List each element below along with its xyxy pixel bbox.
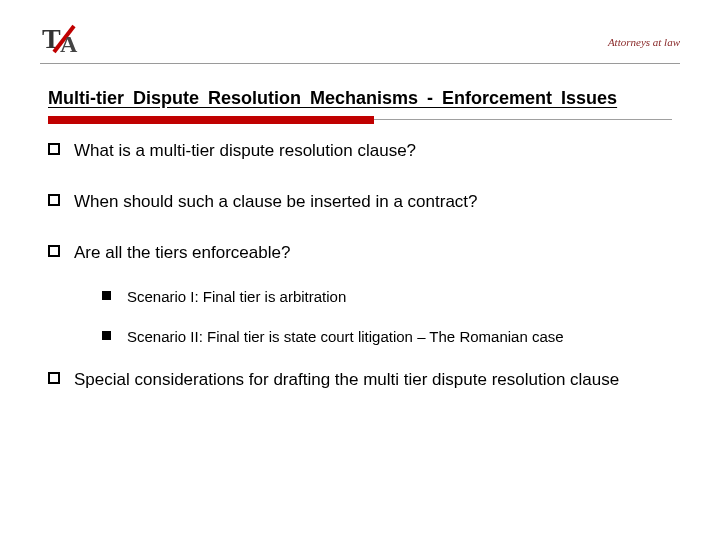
bullet-filled-icon <box>102 291 111 300</box>
sub-list-item-text: Scenario I: Final tier is arbitration <box>127 287 346 307</box>
title-underline <box>48 116 672 124</box>
bullet-outline-icon <box>48 143 60 155</box>
list-item: When should such a clause be inserted in… <box>48 191 672 214</box>
list-item-text: What is a multi-tier dispute resolution … <box>74 140 416 163</box>
sub-list-item-text: Scenario II: Final tier is state court l… <box>127 327 564 347</box>
title-underline-accent <box>48 116 374 124</box>
list-item-text: When should such a clause be inserted in… <box>74 191 478 214</box>
brand-logo: T A <box>42 22 82 58</box>
sub-list-item: Scenario I: Final tier is arbitration <box>102 287 672 307</box>
sub-list-item: Scenario II: Final tier is state court l… <box>102 327 672 347</box>
content-area: What is a multi-tier dispute resolution … <box>48 140 672 420</box>
slide: T A Attorneys at law Multi-tier Dispute … <box>0 0 720 540</box>
bullet-outline-icon <box>48 194 60 206</box>
svg-text:A: A <box>60 31 78 57</box>
list-item-text: Special considerations for drafting the … <box>74 369 619 392</box>
header-divider <box>40 63 680 64</box>
list-item: What is a multi-tier dispute resolution … <box>48 140 672 163</box>
tagline-text: Attorneys at law <box>608 36 680 48</box>
bullet-filled-icon <box>102 331 111 340</box>
list-item-text: Are all the tiers enforceable? <box>74 242 290 265</box>
list-item: Special considerations for drafting the … <box>48 369 672 392</box>
title-underline-tail <box>374 119 672 120</box>
list-item: Are all the tiers enforceable? <box>48 242 672 265</box>
bullet-outline-icon <box>48 245 60 257</box>
slide-title: Multi-tier Dispute Resolution Mechanisms… <box>48 88 672 109</box>
sub-list: Scenario I: Final tier is arbitration Sc… <box>102 287 672 348</box>
bullet-outline-icon <box>48 372 60 384</box>
